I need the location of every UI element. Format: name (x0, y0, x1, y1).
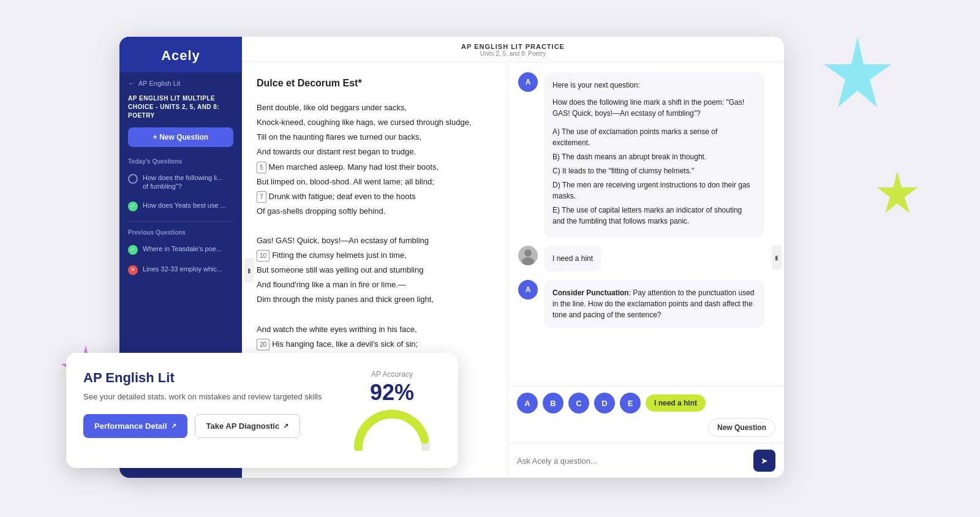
passage-line: And flound'ring like a man in fire or li… (257, 278, 493, 292)
popup-left: AP English Lit See your detailed stats, … (83, 370, 331, 438)
popup-title: AP English Lit (83, 370, 331, 386)
answer-button-a[interactable]: A (517, 393, 538, 413)
sidebar-divider (128, 221, 233, 222)
user-message-text: I need a hint (552, 254, 593, 263)
question-text: How does the following line mark a shift… (552, 97, 756, 119)
accuracy-label: AP Accuracy (343, 370, 441, 379)
status-circle-icon (128, 174, 138, 184)
ap-diagnostic-button[interactable]: Take AP Diagnostic ↗ (195, 414, 301, 438)
send-icon: ➤ (761, 456, 768, 466)
expand-panel-button[interactable]: ▮ (772, 245, 782, 270)
ai-hint-message: A Consider Punctuation: Pay attention to… (518, 280, 774, 328)
send-button[interactable]: ➤ (753, 450, 775, 472)
sidebar-item-prev-1[interactable]: ✓ Where in Teasdale's poe... (119, 240, 242, 260)
status-x-icon: ✕ (128, 265, 138, 275)
option-e: E) The use of capital letters marks an i… (552, 205, 756, 227)
ap-diagnostic-label: Take AP Diagnostic (206, 421, 280, 431)
line-number: 20 (257, 339, 270, 350)
sidebar-item-today-1[interactable]: How does the following li...of fumbling"… (119, 168, 242, 196)
line-number: 10 (257, 250, 270, 262)
line-number: 5 (257, 162, 266, 173)
passage-line: Of gas-shells dropping softly behind. (257, 205, 493, 218)
passage-line-5: 5Men marched asleep. Many had lost their… (257, 160, 493, 174)
passage-line-7: 7Drunk with fatigue; deaf even to the ho… (257, 190, 493, 203)
passage-line: Dim through the misty panes and thick gr… (257, 293, 493, 306)
back-nav[interactable]: ← AP English Lit (119, 72, 242, 92)
passage-title: Dulce et Decorum Est* (257, 75, 493, 91)
main-header: AP ENGLISH LIT PRACTICE Units 2, 5, and … (242, 37, 784, 62)
performance-detail-label: Performance Detail (94, 421, 167, 431)
passage-line: And towards our distant rest began to tr… (257, 145, 493, 159)
user-avatar (518, 246, 538, 265)
cyan-star-decoration (821, 37, 894, 110)
svg-point-4 (524, 249, 532, 257)
ai-intro-message: A Here is your next question: How does t… (518, 72, 774, 237)
new-question-chat-button[interactable]: New Question (708, 418, 775, 437)
chat-messages: A Here is your next question: How does t… (508, 62, 784, 386)
svg-marker-1 (877, 172, 918, 213)
previous-section-label: Previous Questions (119, 227, 242, 240)
answer-button-e[interactable]: E (620, 393, 641, 413)
hint-label: Consider Punctuation (552, 289, 629, 297)
header-subtitle: Units 2, 5, and 8: Poetry (254, 50, 772, 57)
passage-line-10: 10Fitting the clumsy helmets just in tim… (257, 249, 493, 262)
popup-description: See your detailed stats, work on mistake… (83, 391, 331, 403)
passage-line: Bent double, like old beggars under sack… (257, 101, 493, 115)
user-hint-message: I need a hint (518, 246, 774, 271)
intro-text: Here is your next question: (552, 80, 756, 91)
passage-line: Knock-kneed, coughing like hags, we curs… (257, 116, 493, 129)
answer-bar: A B C D E I need a hint New Question (508, 386, 784, 443)
sidebar-item-today-2-text: How does Yeats best use ... (143, 201, 226, 209)
popup-card: AP English Lit See your detailed stats, … (66, 353, 458, 468)
sidebar-item-today-1-text: How does the following li...of fumbling"… (143, 173, 222, 191)
ai-avatar: A (518, 72, 538, 92)
passage-line-20: 20His hanging face, like a devil's sick … (257, 338, 493, 351)
status-check-icon-2: ✓ (128, 245, 138, 255)
svg-marker-0 (824, 37, 891, 107)
option-a: A) The use of exclamation points marks a… (552, 126, 756, 148)
sidebar-item-prev-2-text: Lines 32-33 employ whic... (143, 265, 222, 273)
header-title: AP ENGLISH LIT PRACTICE (254, 43, 772, 50)
answer-button-d[interactable]: D (594, 393, 615, 413)
green-star-decoration (876, 172, 919, 214)
accuracy-gauge (352, 408, 432, 451)
status-check-icon: ✓ (128, 202, 138, 211)
passage-line: And watch the white eyes writhing in his… (257, 323, 493, 336)
external-link-icon: ↗ (171, 422, 176, 430)
back-label: AP English Lit (138, 80, 180, 87)
sidebar-item-prev-1-text: Where in Teasdale's poe... (143, 244, 222, 253)
user-bubble: I need a hint (544, 246, 601, 271)
hint-button[interactable]: I need a hint (646, 394, 706, 412)
ai-avatar-2: A (518, 280, 538, 300)
option-b: B) The dash means an abrupt break in tho… (552, 151, 756, 162)
sidebar-item-today-2[interactable]: ✓ How does Yeats best use ... (119, 196, 242, 216)
chat-input-area: ➤ (508, 443, 784, 478)
option-d: D) The men are receiving urgent instruct… (552, 179, 756, 202)
chat-panel: ▮ A Here is your next question: How does… (508, 62, 784, 478)
answer-button-b[interactable]: B (543, 393, 564, 413)
passage-line (257, 219, 493, 233)
passage-line: But limped on, blood-shod. All went lame… (257, 175, 493, 189)
logo-text: Acely (161, 48, 200, 63)
external-link-icon-2: ↗ (283, 422, 288, 430)
passage-line (257, 308, 493, 322)
intro-bubble: Here is your next question: How does the… (544, 72, 764, 237)
chat-input[interactable] (517, 456, 748, 466)
accuracy-value: 92% (343, 380, 441, 406)
today-section-label: Today's Questions (119, 156, 242, 168)
popup-right: AP Accuracy 92% (343, 370, 441, 451)
collapse-panel-button[interactable]: ▮ (244, 258, 254, 282)
passage-line: Gas! GAS! Quick, boys!—An ecstasy of fum… (257, 234, 493, 247)
option-c: C) It leads to the "fitting of clumsy he… (552, 165, 756, 176)
sidebar-item-prev-2[interactable]: ✕ Lines 32-33 employ whic... (119, 260, 242, 280)
new-question-button[interactable]: + New Question (128, 127, 233, 147)
hint-bubble: Consider Punctuation: Pay attention to t… (544, 280, 764, 328)
popup-actions: Performance Detail ↗ Take AP Diagnostic … (83, 414, 331, 438)
answer-button-c[interactable]: C (568, 393, 589, 413)
back-arrow-icon: ← (128, 80, 135, 87)
course-title: AP ENGLISH LIT MULTIPLE CHOICE - UNITS 2… (119, 92, 242, 127)
sidebar-logo: Acely (119, 37, 242, 72)
passage-line: Till on the haunting flares we turned ou… (257, 130, 493, 144)
performance-detail-button[interactable]: Performance Detail ↗ (83, 414, 187, 438)
line-number: 7 (257, 191, 266, 203)
